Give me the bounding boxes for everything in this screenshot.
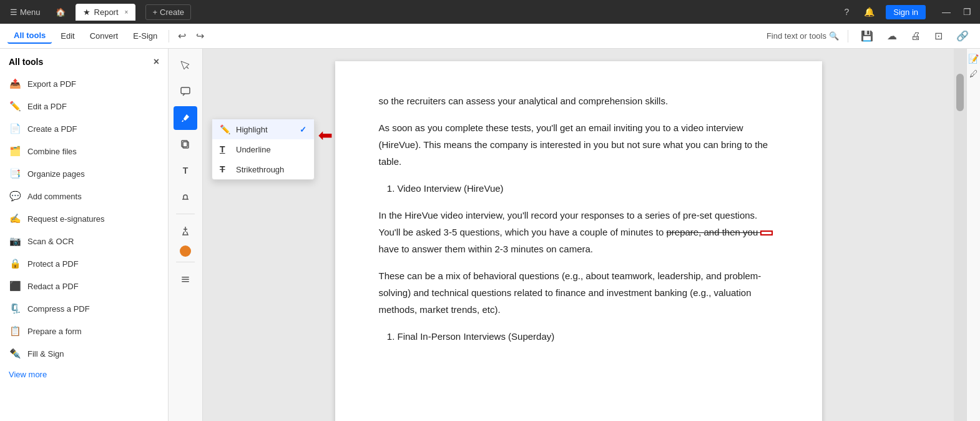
edge-icon-1[interactable]: 📝 — [968, 54, 979, 64]
sidebar-item-label: Create a PDF — [27, 124, 77, 134]
tool-separator-2 — [176, 262, 195, 262]
stamp-tool[interactable] — [174, 185, 197, 209]
sidebar-item-protect-pdf[interactable]: 🔒 Protect a PDF — [0, 252, 168, 275]
add-comments-icon: 💬 — [9, 190, 21, 202]
sidebar-item-label: Compress a PDF — [27, 304, 90, 314]
create-tab-label: Create — [160, 7, 184, 17]
sidebar-item-export-pdf[interactable]: 📤 Export a PDF — [0, 72, 168, 95]
toolbar-divider-2 — [848, 30, 848, 42]
sidebar-item-label: Redact a PDF — [27, 282, 79, 291]
menu-label: Menu — [20, 7, 41, 17]
sidebar-item-add-comments[interactable]: 💬 Add comments — [0, 185, 168, 207]
sidebar-item-prepare-form[interactable]: 📋 Prepare a form — [0, 320, 168, 342]
sidebar-item-label: Protect a PDF — [27, 259, 79, 269]
sidebar-item-label: Organize pages — [27, 169, 85, 179]
edit-button[interactable]: Edit — [54, 29, 81, 43]
pdf-p2-text-2: have to answer them within 2-3 minutes o… — [379, 244, 594, 254]
pdf-page: so the recruiters can assess your analyt… — [335, 61, 822, 421]
dropdown-label-underline: Underline — [236, 145, 271, 154]
search-icon: 🔍 — [829, 31, 839, 41]
link-icon[interactable]: 🔗 — [953, 27, 973, 44]
top-bar: ☰ Menu 🏠 ★ Report × + Create ? 🔔 Sign in… — [0, 0, 980, 24]
sidebar-item-label: Edit a PDF — [27, 102, 67, 111]
export-pdf-icon: 📤 — [9, 77, 21, 90]
organize-pages-icon: 📑 — [9, 167, 21, 180]
sidebar-item-organize-pages[interactable]: 📑 Organize pages — [0, 162, 168, 185]
sidebar-item-label: Combine files — [27, 147, 77, 156]
copy-tool[interactable] — [174, 132, 197, 156]
save-icon[interactable]: 💾 — [857, 27, 877, 44]
sidebar-item-request-esignatures[interactable]: ✍️ Request e-signatures — [0, 207, 168, 230]
create-tab[interactable]: + Create — [145, 4, 191, 20]
sidebar-item-scan-ocr[interactable]: 📷 Scan & OCR — [0, 230, 168, 252]
scrollbar-thumb[interactable] — [956, 74, 964, 111]
sidebar-item-label: Add comments — [27, 192, 82, 201]
help-icon[interactable]: ? — [840, 6, 853, 18]
menu-icon: ☰ — [10, 7, 17, 17]
report-tab-label: Report — [94, 7, 119, 17]
compress-pdf-icon: 🗜️ — [9, 302, 21, 315]
cursor-tool[interactable] — [174, 54, 197, 77]
sidebar-item-create-pdf[interactable]: 📄 Create a PDF — [0, 117, 168, 140]
pdf-paragraph-3: These can be a mix of behavioral questio… — [379, 267, 778, 318]
sidebar-item-label: Export a PDF — [27, 79, 76, 89]
sidebar-item-label: Prepare a form — [27, 327, 82, 336]
dropdown-item-underline[interactable]: T Underline — [212, 139, 314, 159]
sign-in-button[interactable]: Sign in — [886, 5, 926, 19]
highlight-tool[interactable] — [174, 106, 197, 130]
color-picker[interactable] — [180, 245, 191, 257]
window-controls: — ❐ — [938, 6, 975, 18]
combine-files-icon: 🗂️ — [9, 145, 21, 157]
home-tab[interactable]: 🏠 — [51, 5, 71, 19]
right-edge-panel: 📝 🖊 — [966, 49, 980, 421]
find-tools[interactable]: Find text or tools 🔍 — [767, 31, 839, 41]
menu-tool[interactable] — [174, 267, 197, 291]
dropdown-item-strikethrough[interactable]: T Strikethrough — [212, 159, 314, 179]
strikethrough-icon: T — [220, 164, 231, 174]
redo-button[interactable]: ↪ — [192, 27, 208, 44]
pdf-list-item-2: Final In-Person Interviews (Superday) — [398, 328, 778, 345]
minimize-button[interactable]: — — [938, 6, 954, 18]
sidebar-title: All tools — [9, 57, 43, 67]
sidebar-item-edit-pdf[interactable]: ✏️ Edit a PDF — [0, 95, 168, 117]
dropdown-item-highlight[interactable]: ✏️ Highlight ✓ — [212, 119, 314, 139]
upload-icon[interactable]: ☁ — [883, 27, 901, 44]
report-star-icon: ★ — [83, 7, 91, 17]
highlight-check-icon: ✓ — [300, 125, 306, 134]
all-tools-button[interactable]: All tools — [7, 28, 52, 44]
report-tab-close[interactable]: × — [125, 9, 129, 16]
pdf-content: so the recruiters can assess your analyt… — [203, 49, 954, 421]
underline-icon: T — [220, 144, 231, 154]
pdf-list-item-1: Video Interview (HireVue) — [398, 180, 778, 197]
sidebar-item-combine-files[interactable]: 🗂️ Combine files — [0, 140, 168, 162]
prepare-form-icon: 📋 — [9, 325, 21, 337]
red-arrow: ➡ — [318, 125, 333, 146]
comment-tool[interactable] — [174, 80, 197, 104]
highlight-icon: ✏️ — [220, 124, 231, 134]
sidebar-item-redact-pdf[interactable]: ⬛ Redact a PDF — [0, 275, 168, 297]
redact-pdf-icon: ⬛ — [9, 280, 21, 292]
sidebar-item-fill-sign[interactable]: ✒️ Fill & Sign — [0, 342, 168, 365]
share-icon[interactable]: ⊡ — [931, 27, 946, 44]
esign-button[interactable]: E-Sign — [127, 29, 164, 43]
report-tab[interactable]: ★ Report × — [76, 4, 136, 21]
text-tool[interactable]: T — [174, 159, 197, 182]
sidebar-item-compress-pdf[interactable]: 🗜️ Compress a PDF — [0, 297, 168, 320]
view-more-link[interactable]: View more — [0, 365, 168, 384]
scrollbar[interactable] — [954, 49, 966, 421]
sidebar-item-label: Fill & Sign — [27, 349, 64, 359]
edit-pdf-icon: ✏️ — [9, 100, 21, 112]
tool-separator — [176, 214, 195, 214]
maximize-button[interactable]: ❐ — [959, 6, 975, 18]
edge-icon-2[interactable]: 🖊 — [969, 69, 978, 79]
convert-button[interactable]: Convert — [84, 29, 125, 43]
svg-rect-3 — [182, 277, 189, 278]
undo-button[interactable]: ↩ — [174, 27, 190, 44]
print-icon[interactable]: 🖨 — [907, 28, 924, 44]
bell-icon[interactable]: 🔔 — [860, 6, 878, 18]
sidebar-close-button[interactable]: × — [154, 56, 159, 67]
sidebar-item-label: Request e-signatures — [27, 214, 105, 224]
pdf-p2-strikethrough: prepare, and then you — [666, 227, 760, 237]
menu-button[interactable]: ☰ Menu — [5, 5, 46, 19]
pin-tool[interactable] — [174, 219, 197, 243]
